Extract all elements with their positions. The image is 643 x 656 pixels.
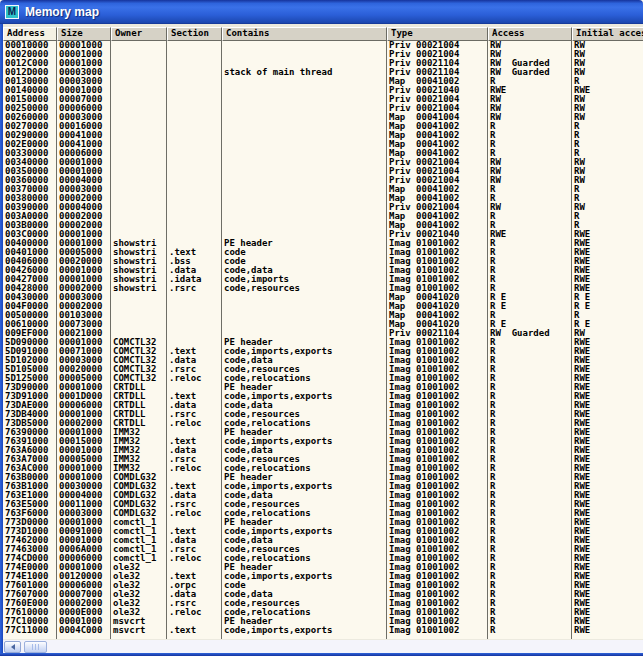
memory-map-row[interactable]: 5D09100000071000COMCTL32.textcode,import… — [3, 347, 643, 356]
memory-map-row[interactable]: 5D10500000020000COMCTL32.rsrccode,resour… — [3, 365, 643, 374]
column-header-section[interactable]: Section — [167, 27, 222, 41]
memory-map-row[interactable]: 73DB400000001000CRTDLL.rsrccode,resource… — [3, 410, 643, 419]
memory-map-row[interactable]: 003A000000002000Map 00041002RR — [3, 212, 643, 221]
memory-map-row[interactable]: 0012C00000001000Priv 00021104RW GuardedR… — [3, 59, 643, 68]
cell-section: .orpc — [167, 581, 222, 590]
memory-map-row[interactable]: 7760E00000002000ole32.rsrccode,resources… — [3, 599, 643, 608]
memory-map-row[interactable]: 0035000000001000Priv 00021004RWRW — [3, 167, 643, 176]
cell-access: R — [488, 491, 572, 500]
memory-map-row[interactable]: 5D12500000005000COMCTL32.reloccode,reloc… — [3, 374, 643, 383]
cell-initial-access: RWE — [572, 230, 643, 239]
memory-map-row[interactable]: 0029000000041000Map 00041002RR — [3, 131, 643, 140]
memory-map-row[interactable]: 0042800000002000showstri.rsrccode,resour… — [3, 284, 643, 293]
memory-map-row[interactable]: 0061000000073000Map 00041020R ER E — [3, 320, 643, 329]
column-header-type[interactable]: Type — [387, 27, 488, 41]
memory-map-row[interactable]: 003B000000002000Map 00041002RR — [3, 221, 643, 230]
memory-map-row[interactable]: 763B100000030000COMDLG32.textcode,import… — [3, 482, 643, 491]
memory-map-row[interactable]: 004F000000002000Map 00041020R ER E — [3, 302, 643, 311]
memory-map-row[interactable]: 0002000000001000Priv 00021004RWRW — [3, 50, 643, 59]
memory-map-row[interactable]: 7746200000001000comctl_1.datacode,dataIm… — [3, 536, 643, 545]
scroll-left-button[interactable] — [4, 641, 21, 653]
memory-map-row[interactable]: 0026000000003000Map 00041004RWRW — [3, 113, 643, 122]
memory-map-row[interactable]: 0040100000005000showstri.textcodeImag 01… — [3, 248, 643, 257]
cell-contains: code,relocations — [222, 464, 387, 473]
cell-size: 00041000 — [57, 140, 111, 149]
cell-contains — [222, 95, 387, 104]
cell-initial-access: RWE — [572, 365, 643, 374]
memory-map-row[interactable]: 0038000000002000Map 00041002RR — [3, 194, 643, 203]
memory-map-row[interactable]: 77C110000004C000msvcrt.textcode,imports,… — [3, 626, 643, 635]
memory-map-row[interactable]: 0027000000016000Map 00041002RR — [3, 122, 643, 131]
memory-map-row[interactable]: 774CD00000006000comctl_1.reloccode,reloc… — [3, 554, 643, 563]
cell-initial-access: RWE — [572, 626, 643, 635]
memory-map-row[interactable]: 73DB500000002000CRTDLL.reloccode,relocat… — [3, 419, 643, 428]
memory-map-row[interactable]: 73D9000000001000CRTDLLPE headerImag 0100… — [3, 383, 643, 392]
cell-access: R E — [488, 320, 572, 329]
memory-map-row[interactable]: 0014000000001000Priv 00021040RWERWE — [3, 86, 643, 95]
memory-map-row[interactable]: 774630000006A000comctl_1.rsrccode,resour… — [3, 545, 643, 554]
memory-map-row[interactable]: 0034000000001000Priv 00021004RWRW — [3, 158, 643, 167]
horizontal-scrollbar[interactable] — [3, 639, 643, 653]
scroll-thumb[interactable] — [24, 641, 47, 653]
cell-owner — [111, 329, 167, 338]
memory-map-row[interactable]: 763A700000005000IMM32.rsrccode,resources… — [3, 455, 643, 464]
column-header-access[interactable]: Access — [488, 27, 572, 41]
memory-map-row[interactable]: 763E500000011000COMDLG32.rsrccode,resour… — [3, 500, 643, 509]
memory-map-row[interactable]: 5D10200000003000COMCTL32.datacode,dataIm… — [3, 356, 643, 365]
column-header-initial-access[interactable]: Initial access — [572, 27, 643, 41]
memory-map-row[interactable]: 763E100000004000COMDLG32.datacode,dataIm… — [3, 491, 643, 500]
memory-map-row[interactable]: 774E000000001000ole32PE headerImag 01001… — [3, 563, 643, 572]
memory-map-row[interactable]: 0012D00000003000stack of main threadPriv… — [3, 68, 643, 77]
column-header-owner[interactable]: Owner — [111, 27, 167, 41]
memory-map-row[interactable]: 0043000000003000Map 00041020R ER E — [3, 293, 643, 302]
memory-map-row[interactable]: 0040600000020000showstri.bsscodeImag 010… — [3, 257, 643, 266]
memory-map-row[interactable]: 0039000000004000Priv 00021004RWRW — [3, 203, 643, 212]
memory-map-row[interactable]: 0001000000001000Priv 00021004RWRW — [3, 41, 643, 50]
memory-map-row[interactable]: 77C1000000001000msvcrtPE headerImag 0100… — [3, 617, 643, 626]
memory-map-row[interactable]: 0015000000007000Priv 00021004RWRW — [3, 95, 643, 104]
memory-map-row[interactable]: 7760700000007000ole32.datacode,dataImag … — [3, 590, 643, 599]
cell-contains: code,resources — [222, 545, 387, 554]
column-header-contains[interactable]: Contains — [222, 27, 387, 41]
memory-map-row[interactable]: 002E000000041000Map 00041002RR — [3, 140, 643, 149]
memory-map-row[interactable]: 763A600000001000IMM32.datacode,dataImag … — [3, 446, 643, 455]
memory-map-row[interactable]: 0036000000004000Priv 00021004RWRW — [3, 176, 643, 185]
cell-section — [167, 212, 222, 221]
memory-map-row[interactable]: 0042600000001000showstri.datacode,dataIm… — [3, 266, 643, 275]
memory-map-row[interactable]: 0013000000003000Map 00041002RR — [3, 77, 643, 86]
memory-map-row[interactable]: 009EF00000021000Priv 00021104RW GuardedR… — [3, 329, 643, 338]
memory-map-row[interactable]: 7639100000015000IMM32.textcode,imports,e… — [3, 437, 643, 446]
memory-map-row[interactable]: 7760100000006000ole32.orpccodeImag 01001… — [3, 581, 643, 590]
memory-map-table[interactable]: 0001000000001000Priv 00021004RWRW0002000… — [3, 41, 643, 639]
cell-type: Imag 01001002 — [387, 275, 488, 284]
cell-address: 77463000 — [3, 545, 57, 554]
memory-map-row[interactable]: 73DAE00000006000CRTDLL.datacode,dataImag… — [3, 401, 643, 410]
memory-map-row[interactable]: 0025000000006000Priv 00021004RWRW — [3, 104, 643, 113]
cell-initial-access: R — [572, 140, 643, 149]
memory-map-row[interactable]: 763F600000003000COMDLG32.reloccode,reloc… — [3, 509, 643, 518]
memory-map-row[interactable]: 773D100000091000comctl_1.textcode,import… — [3, 527, 643, 536]
memory-map-row[interactable]: 773D000000001000comctl_1PE headerImag 01… — [3, 518, 643, 527]
memory-map-row[interactable]: 003C000000001000Priv 00021040RWERWE — [3, 230, 643, 239]
memory-map-row[interactable]: 774E100000120000ole32.textcode,imports,e… — [3, 572, 643, 581]
title-bar[interactable]: M Memory map — [0, 0, 643, 24]
memory-map-row[interactable]: 73D910000001D000CRTDLL.textcode,imports,… — [3, 392, 643, 401]
cell-contains: code — [222, 581, 387, 590]
cell-section: .data — [167, 266, 222, 275]
memory-map-row[interactable]: 763AC00000001000IMM32.reloccode,relocati… — [3, 464, 643, 473]
memory-map-row[interactable]: 5D09000000001000COMCTL32PE headerImag 01… — [3, 338, 643, 347]
memory-map-row[interactable]: 776100000000E000ole32.reloccode,relocati… — [3, 608, 643, 617]
memory-map-row[interactable]: 0033000000006000Map 00041002RR — [3, 149, 643, 158]
cell-initial-access: RW — [572, 113, 643, 122]
cell-access: RW — [488, 167, 572, 176]
memory-map-row[interactable]: 0040000000001000showstriPE headerImag 01… — [3, 239, 643, 248]
memory-map-row[interactable]: 0050000000103000Map 00041002RR — [3, 311, 643, 320]
memory-map-row[interactable]: 0042700000001000showstri.idatacode,impor… — [3, 275, 643, 284]
column-header-address[interactable]: Address — [3, 27, 57, 41]
memory-map-row[interactable]: 7639000000001000IMM32PE headerImag 01001… — [3, 428, 643, 437]
column-header-size[interactable]: Size — [57, 27, 111, 41]
memory-map-row[interactable]: 0037000000003000Map 00041002RR — [3, 185, 643, 194]
cell-access: R — [488, 239, 572, 248]
memory-map-row[interactable]: 763B000000001000COMDLG32PE headerImag 01… — [3, 473, 643, 482]
cell-type: Imag 01001002 — [387, 239, 488, 248]
